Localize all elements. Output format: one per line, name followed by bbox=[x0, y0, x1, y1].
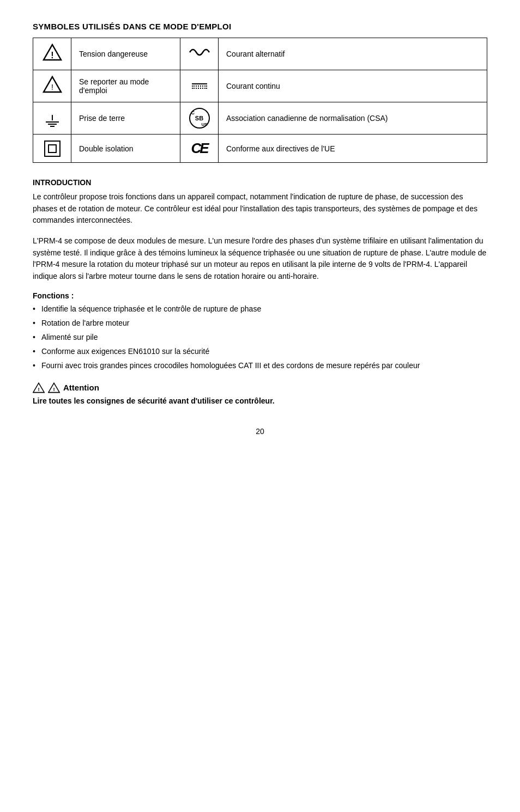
attention-title: ! ! Attention bbox=[33, 382, 487, 393]
symbol-warning-triangle-excl: ! bbox=[33, 70, 71, 102]
symbol-double-isolation bbox=[33, 135, 71, 163]
desc-reporter-mode-emploi: Se reporter au mode d'emploi bbox=[71, 70, 180, 102]
desc-tension-dangereuse: Tension dangereuse bbox=[71, 38, 180, 70]
desc-courant-continu: Courant continu bbox=[219, 70, 487, 102]
symbol-ground bbox=[33, 102, 71, 135]
svg-text:!: ! bbox=[53, 386, 55, 392]
desc-conforme-ue: Conforme aux directives de l'UE bbox=[219, 135, 487, 163]
desc-courant-alternatif: Courant alternatif bbox=[219, 38, 487, 70]
list-item: Conforme aux exigences EN61010 sur la sé… bbox=[33, 346, 487, 357]
symbol-csa: C SB US bbox=[180, 102, 219, 135]
table-row: Prise de terre C SB US Association canad… bbox=[33, 102, 487, 135]
introduction-title: INTRODUCTION bbox=[33, 178, 487, 187]
attention-label: Attention bbox=[63, 383, 99, 392]
warning-icon-1: ! bbox=[33, 382, 45, 393]
attention-block: ! ! Attention Lire toutes les consignes … bbox=[33, 382, 487, 405]
table-row: ! Se reporter au mode d'emploi Courant c… bbox=[33, 70, 487, 102]
table-row: Double isolation CE Conforme aux directi… bbox=[33, 135, 487, 163]
table-row: ! Tension dangereuse Courant alternatif bbox=[33, 38, 487, 70]
fonctions-label: Fonctions : bbox=[33, 291, 487, 300]
fonctions-list: Identifie la séquence triphasée et le co… bbox=[33, 303, 487, 371]
list-item: Identifie la séquence triphasée et le co… bbox=[33, 303, 487, 315]
list-item: Alimenté sur pile bbox=[33, 332, 487, 343]
warning-icon-2: ! bbox=[48, 382, 60, 393]
svg-text:!: ! bbox=[51, 51, 53, 60]
symbol-ac-wave bbox=[180, 38, 219, 70]
page-number: 20 bbox=[33, 427, 487, 436]
intro-para2: L'PRM-4 se compose de deux modules de me… bbox=[33, 235, 487, 283]
list-item: Rotation de l'arbre moteur bbox=[33, 318, 487, 329]
desc-double-isolation: Double isolation bbox=[71, 135, 180, 163]
intro-para1: Le contrôleur propose trois fonctions da… bbox=[33, 191, 487, 227]
symbol-table: ! Tension dangereuse Courant alternatif … bbox=[33, 38, 487, 163]
svg-text:!: ! bbox=[38, 386, 39, 392]
symbol-ce: CE bbox=[180, 135, 219, 163]
attention-warning-text: Lire toutes les consignes de sécurité av… bbox=[33, 396, 487, 405]
list-item: Fourni avec trois grandes pinces crocodi… bbox=[33, 360, 487, 371]
desc-csa: Association canadienne de normalisation … bbox=[219, 102, 487, 135]
page-title: SYMBOLES UTILISÉS DANS CE MODE D'EMPLOI bbox=[33, 22, 487, 31]
symbol-dc-lines bbox=[180, 70, 219, 102]
svg-text:!: ! bbox=[51, 83, 53, 91]
symbol-warning-triangle: ! bbox=[33, 38, 71, 70]
desc-prise-de-terre: Prise de terre bbox=[71, 102, 180, 135]
